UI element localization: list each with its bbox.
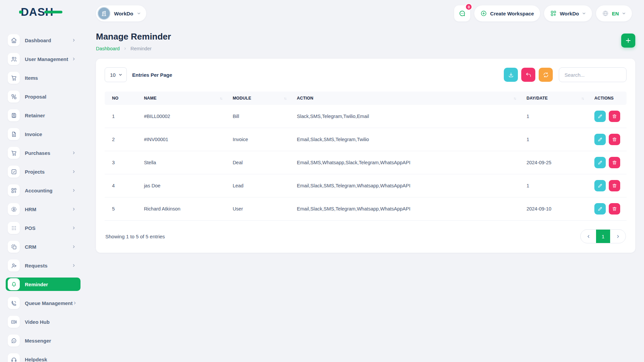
prev-page-button[interactable] bbox=[581, 229, 596, 243]
search-input[interactable] bbox=[559, 67, 627, 82]
sort-icon: ↑↓ bbox=[581, 96, 584, 100]
create-workspace-button[interactable]: Create Workspace bbox=[474, 5, 540, 21]
topbar-right: 0 Create Workspace WorkDo EN bbox=[454, 5, 632, 21]
content: Manage Reminder Dashboard Reminder 10 bbox=[80, 23, 644, 362]
chevron-right-icon bbox=[72, 226, 76, 230]
cell-no: 4 bbox=[105, 174, 139, 197]
swap-boxes-icon bbox=[8, 90, 20, 103]
sidebar-item-reminder[interactable]: Reminder bbox=[6, 278, 80, 291]
column-header-name[interactable]: NAME↑↓ bbox=[139, 92, 227, 105]
pencil-icon bbox=[597, 137, 603, 142]
logo-area: DASH bbox=[0, 0, 80, 23]
page-1-button[interactable]: 1 bbox=[596, 229, 610, 243]
add-reminder-button[interactable] bbox=[621, 34, 635, 48]
sort-icon: ↑↓ bbox=[284, 96, 286, 100]
refresh-button[interactable] bbox=[539, 68, 553, 82]
sidebar-item-label: Requests bbox=[25, 263, 48, 268]
sidebar-item-proposal[interactable]: Proposal bbox=[6, 90, 80, 103]
trash-icon bbox=[612, 206, 617, 212]
sidebar-item-hrm[interactable]: HRM bbox=[6, 202, 80, 216]
app-switcher-button[interactable]: WorkDo bbox=[544, 5, 592, 21]
sidebar-item-requests[interactable]: Requests bbox=[6, 259, 80, 272]
grid-plus-icon bbox=[8, 184, 20, 196]
cell-day-date: 2024-09-10 bbox=[521, 197, 589, 221]
entries-per-page-value: 10 bbox=[110, 72, 116, 78]
reminder-card: 10 Entries Per Page bbox=[96, 59, 635, 253]
column-header-module[interactable]: MODULE↑↓ bbox=[227, 92, 291, 105]
sidebar: DASH Dashboard User Management Items Pro… bbox=[0, 0, 80, 362]
page-title: Manage Reminder bbox=[96, 32, 171, 42]
pagination: 1 bbox=[580, 229, 626, 243]
language-selector[interactable]: EN bbox=[596, 5, 632, 21]
breadcrumb-dashboard-link[interactable]: Dashboard bbox=[96, 46, 120, 51]
sidebar-item-accounting[interactable]: Accounting bbox=[6, 184, 80, 197]
sidebar-item-label: Retainer bbox=[25, 113, 45, 118]
delete-button[interactable] bbox=[609, 180, 620, 191]
sidebar-item-retainer[interactable]: Retainer bbox=[6, 109, 80, 122]
edit-button[interactable] bbox=[594, 134, 606, 145]
logo-accent-bar bbox=[44, 11, 62, 13]
bell-icon bbox=[8, 278, 20, 290]
copy-icon bbox=[8, 241, 20, 253]
chevron-right-icon bbox=[72, 38, 76, 42]
column-header-day-date[interactable]: DAY/DATE↑↓ bbox=[521, 92, 589, 105]
delete-button[interactable] bbox=[609, 203, 620, 215]
reminder-table: NO NAME↑↓ MODULE↑↓ ACTION↑↓ DAY/DATE↑↓ A… bbox=[105, 92, 627, 221]
app-switcher-label: WorkDo bbox=[560, 11, 579, 16]
next-page-button[interactable] bbox=[610, 229, 626, 243]
messages-button[interactable]: 0 bbox=[454, 5, 470, 21]
breadcrumb: Dashboard Reminder bbox=[96, 46, 171, 51]
chevron-right-icon bbox=[72, 151, 76, 155]
sidebar-item-invoice[interactable]: Invoice bbox=[6, 127, 80, 141]
undo-button[interactable] bbox=[521, 68, 535, 82]
edit-button[interactable] bbox=[594, 203, 606, 215]
sidebar-item-crm[interactable]: CRM bbox=[6, 240, 80, 253]
video-icon bbox=[8, 316, 20, 328]
trash-icon bbox=[612, 114, 617, 119]
entries-per-page-select[interactable]: 10 bbox=[105, 67, 127, 82]
delete-button[interactable] bbox=[609, 134, 620, 145]
page-head: Manage Reminder Dashboard Reminder bbox=[96, 31, 635, 51]
sidebar-item-items[interactable]: Items bbox=[6, 71, 80, 84]
cell-action: Email,Slack,SMS,Telegram,Whatsapp,WhatsA… bbox=[291, 197, 521, 221]
workspace-selector[interactable]: WorkDo bbox=[96, 5, 146, 21]
sidebar-item-label: HRM bbox=[25, 206, 36, 212]
edit-button[interactable] bbox=[594, 157, 606, 168]
cell-no: 2 bbox=[105, 128, 139, 151]
sidebar-item-helpdesk[interactable]: Helpdesk bbox=[6, 353, 80, 362]
chevron-down-icon bbox=[622, 11, 626, 15]
sidebar-item-queue-management[interactable]: Queue Management bbox=[6, 296, 80, 310]
sidebar-item-projects[interactable]: Projects bbox=[6, 165, 80, 178]
sidebar-item-messenger[interactable]: Messenger bbox=[6, 334, 80, 347]
edit-button[interactable] bbox=[594, 180, 606, 191]
table-row: 4 jas Doe Lead Email,Slack,SMS,Telegram,… bbox=[105, 174, 627, 197]
sidebar-item-label: Items bbox=[25, 75, 38, 81]
building-icon bbox=[101, 10, 107, 17]
phone-call-icon bbox=[8, 297, 20, 309]
sort-icon: ↑↓ bbox=[220, 96, 222, 100]
brand-logo[interactable]: DASH bbox=[21, 6, 54, 17]
sidebar-item-purchases[interactable]: Purchases bbox=[6, 146, 80, 160]
workspace-avatar bbox=[98, 7, 110, 20]
sort-icon: ↑↓ bbox=[514, 96, 516, 100]
topbar: WorkDo 0 Create Workspace WorkDo bbox=[80, 0, 644, 23]
row-actions bbox=[594, 111, 621, 122]
sidebar-item-label: Helpdesk bbox=[25, 357, 47, 362]
sidebar-item-dashboard[interactable]: Dashboard bbox=[6, 34, 80, 47]
delete-button[interactable] bbox=[609, 157, 620, 168]
edit-button[interactable] bbox=[594, 111, 606, 122]
chevron-right-icon bbox=[72, 170, 76, 174]
cell-module: Invoice bbox=[227, 128, 291, 151]
column-header-action[interactable]: ACTION↑↓ bbox=[291, 92, 521, 105]
sidebar-item-label: Proposal bbox=[25, 94, 46, 100]
globe-icon bbox=[602, 10, 609, 17]
pencil-icon bbox=[597, 114, 603, 119]
delete-button[interactable] bbox=[609, 111, 620, 122]
export-button[interactable] bbox=[504, 68, 518, 82]
entries-summary: Showing 1 to 5 of 5 entries bbox=[105, 234, 165, 239]
app-root: DASH Dashboard User Management Items Pro… bbox=[0, 0, 644, 362]
sidebar-item-label: Invoice bbox=[25, 131, 42, 137]
sidebar-item-pos[interactable]: POS bbox=[6, 221, 80, 235]
sidebar-item-user-management[interactable]: User Management bbox=[6, 52, 80, 66]
sidebar-item-video-hub[interactable]: Video Hub bbox=[6, 315, 80, 328]
